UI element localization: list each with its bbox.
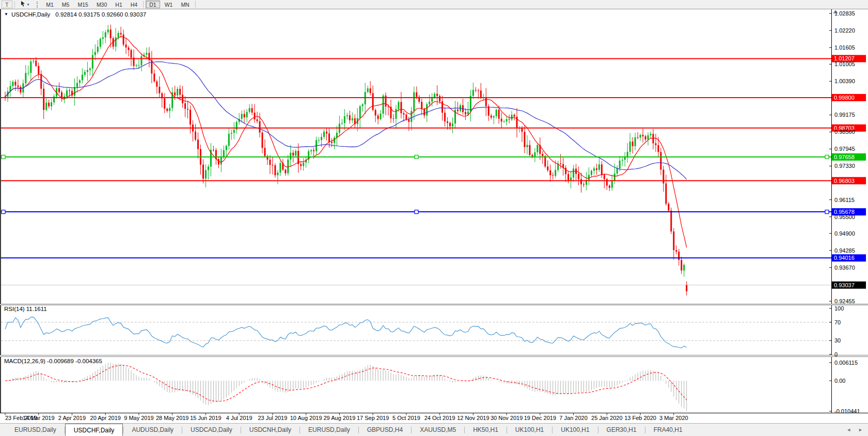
date-tick-label: 20 Apr 2019 bbox=[90, 415, 121, 421]
date-tick-label: 9 May 2019 bbox=[124, 415, 153, 421]
moving-average-fast-line bbox=[5, 37, 687, 248]
chart-tab-eurusd-daily[interactable]: EURUSD,Daily bbox=[300, 424, 358, 436]
date-tick-label: 10 Aug 2019 bbox=[290, 415, 322, 421]
date-tick-label: 24 Oct 2019 bbox=[424, 415, 455, 421]
price-tick-label: 0.97330 bbox=[834, 163, 855, 169]
date-tick-label: 7 Jan 2020 bbox=[559, 415, 587, 421]
chevron-left-icon[interactable]: ◄ bbox=[846, 427, 851, 432]
chart-tab-gbpusd-h4[interactable]: GBPUSD,H4 bbox=[359, 424, 411, 436]
rsi-tick-label: 70 bbox=[834, 319, 841, 325]
date-tick-label: 25 Jan 2020 bbox=[591, 415, 623, 421]
macd-tick-label: -0.010441 bbox=[834, 408, 860, 414]
date-tick-label: 14 Mar 2019 bbox=[23, 415, 55, 421]
price-chart-svg: 1.012070.998000.987030.976580.968030.956… bbox=[0, 0, 868, 423]
date-tick-label: 19 Dec 2019 bbox=[524, 415, 556, 421]
price-tick-label: 0.93670 bbox=[834, 264, 855, 271]
rsi-tick-label: 0 bbox=[834, 351, 838, 357]
price-tick-label: 0.97945 bbox=[834, 146, 855, 152]
chart-left-border bbox=[0, 9, 1, 413]
chart-title: ▼ USDCHF,Daily 0.92814 0.93175 0.92660 0… bbox=[4, 11, 146, 18]
chart-tab-xauusd-m5[interactable]: XAUUSD,M5 bbox=[412, 424, 464, 436]
triangle-down-icon[interactable]: ▼ bbox=[4, 12, 8, 17]
chart-tab-audusd-daily[interactable]: AUDUSD,Daily bbox=[123, 424, 182, 436]
price-line-label: 0.97658 bbox=[834, 154, 855, 160]
price-tick-label: 1.00390 bbox=[834, 78, 855, 84]
price-line-label: 0.94016 bbox=[834, 255, 855, 261]
line-handle[interactable] bbox=[2, 155, 5, 159]
chart-tab-usdcnh-daily[interactable]: USDCNH,Daily bbox=[241, 424, 299, 436]
price-tick-label: 0.92455 bbox=[834, 298, 855, 304]
chart-tabs: EURUSD,DailyUSDCHF,DailyAUDUSD,DailyUSDC… bbox=[0, 424, 691, 436]
price-line-label: 0.99800 bbox=[834, 95, 855, 101]
macd-tick-label: 0.00 bbox=[834, 378, 845, 384]
line-handle[interactable] bbox=[825, 210, 829, 214]
date-tick-label: 29 Aug 2019 bbox=[324, 415, 356, 421]
tab-scroll-buttons: ◄ ► bbox=[839, 424, 868, 436]
current-price-label: 0.93037 bbox=[834, 282, 855, 288]
date-tick-label: 12 Nov 2019 bbox=[457, 415, 489, 421]
date-tick-label: 17 Sep 2019 bbox=[357, 415, 389, 421]
date-tick-label: 5 Oct 2019 bbox=[392, 415, 420, 421]
date-tick-label: 28 May 2019 bbox=[156, 415, 189, 421]
price-tick-label: 1.01605 bbox=[834, 44, 855, 51]
date-tick-label: 2 Apr 2019 bbox=[58, 415, 86, 421]
rsi-indicator-label: RSI(14) 11.1611 bbox=[4, 306, 47, 312]
price-tick-label: 1.02835 bbox=[834, 10, 855, 17]
macd-histogram bbox=[5, 363, 687, 411]
date-tick-label: 30 Nov 2019 bbox=[491, 415, 523, 421]
chart-tab-uk100-h1[interactable]: UK100,H1 bbox=[507, 424, 552, 436]
candlesticks bbox=[5, 24, 688, 295]
chart-tab-hk50-h1[interactable]: HK50,H1 bbox=[465, 424, 507, 436]
chart-tab-fra40-h1[interactable]: FRA40,H1 bbox=[645, 424, 691, 436]
price-tick-label: 0.95500 bbox=[834, 214, 855, 220]
chart-tab-eurusd-daily[interactable]: EURUSD,Daily bbox=[6, 424, 65, 436]
date-tick-label: 4 Jul 2019 bbox=[226, 415, 252, 421]
line-handle[interactable] bbox=[825, 155, 829, 159]
chart-tabs-bar: EURUSD,DailyUSDCHF,DailyAUDUSD,DailyUSDC… bbox=[0, 423, 868, 436]
date-tick-label: 23 Jul 2019 bbox=[258, 415, 287, 421]
rsi-tick-label: 30 bbox=[834, 337, 841, 344]
chart-ohlc-values: 0.92814 0.93175 0.92660 0.93037 bbox=[55, 11, 146, 18]
chart-tab-ger30-h1[interactable]: GER30,H1 bbox=[598, 424, 645, 436]
macd-indicator-label: MACD(12,26,9) -0.009689 -0.004365 bbox=[4, 358, 102, 364]
price-line-label: 0.96803 bbox=[834, 178, 855, 184]
macd-tick-label: 0.006115 bbox=[834, 360, 858, 366]
chart-tab-usdchf-daily[interactable]: USDCHF,Daily bbox=[65, 424, 123, 436]
price-tick-label: 0.94285 bbox=[834, 247, 855, 254]
date-tick-label: 3 Mar 2020 bbox=[659, 415, 688, 421]
price-tick-label: 0.96115 bbox=[834, 197, 855, 203]
rsi-tick-label: 100 bbox=[834, 305, 844, 312]
date-tick-label: 15 Jun 2019 bbox=[190, 415, 222, 421]
moving-average-slow-line bbox=[5, 62, 687, 180]
price-tick-label: 0.98560 bbox=[834, 129, 855, 135]
price-tick-label: 0.94900 bbox=[834, 230, 855, 237]
price-tick-label: 1.02220 bbox=[834, 27, 855, 34]
chevron-right-icon[interactable]: ► bbox=[858, 427, 863, 432]
line-handle[interactable] bbox=[2, 210, 5, 214]
price-tick-label: 1.01005 bbox=[834, 61, 855, 67]
chart-tab-usdcad-daily[interactable]: USDCAD,Daily bbox=[182, 424, 241, 436]
price-tick-label: 0.99175 bbox=[834, 112, 855, 118]
rsi-line bbox=[5, 317, 687, 348]
line-handle[interactable] bbox=[415, 210, 418, 214]
line-handle[interactable] bbox=[415, 155, 418, 159]
chart-window: 1.012070.998000.987030.976580.968030.956… bbox=[0, 0, 868, 423]
trading-terminal-window: T ▾ M1M5M15M30H1H4 D1W1MN 1.012070.99800… bbox=[0, 0, 868, 436]
macd-signal-line bbox=[5, 365, 687, 401]
chart-tab-uk100-h1[interactable]: UK100,H1 bbox=[553, 424, 597, 436]
date-tick-label: 13 Feb 2020 bbox=[624, 415, 656, 421]
chart-symbol-label: USDCHF,Daily bbox=[11, 11, 50, 18]
